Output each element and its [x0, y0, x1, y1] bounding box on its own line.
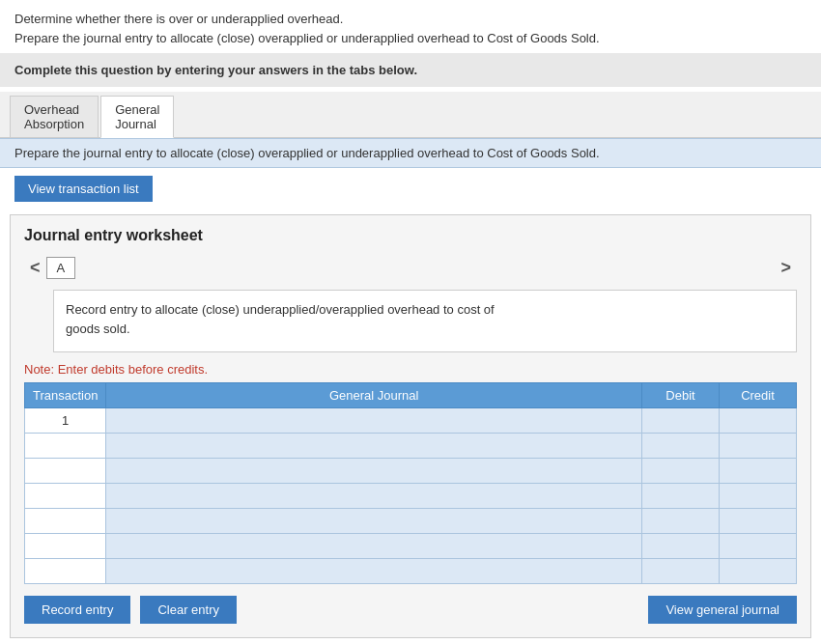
credit-cell[interactable]: [720, 509, 797, 534]
top-instructions: Determine whether there is over or under…: [0, 0, 821, 53]
transaction-cell: [25, 434, 106, 459]
debit-cell[interactable]: [642, 434, 720, 459]
debit-input[interactable]: [642, 484, 719, 508]
transaction-cell: [25, 509, 106, 534]
worksheet-title: Journal entry worksheet: [24, 227, 797, 244]
general-journal-cell[interactable]: [106, 509, 642, 534]
nav-left-arrow[interactable]: <: [24, 256, 46, 280]
page-indicator: A: [46, 257, 76, 279]
general-journal-input[interactable]: [106, 459, 641, 483]
view-transaction-list-button[interactable]: View transaction list: [14, 176, 153, 202]
col-credit: Credit: [720, 383, 797, 408]
debit-cell[interactable]: [642, 484, 720, 509]
debit-input[interactable]: [642, 408, 719, 433]
credit-cell[interactable]: [720, 534, 797, 559]
table-row: [25, 484, 797, 509]
general-journal-input[interactable]: [106, 559, 641, 583]
debit-input[interactable]: [642, 509, 719, 533]
general-journal-cell[interactable]: [106, 559, 642, 584]
credit-cell[interactable]: [720, 408, 797, 434]
nav-row: < A >: [24, 256, 797, 280]
view-general-journal-button[interactable]: View general journal: [648, 596, 797, 624]
transaction-cell: [25, 559, 106, 584]
debit-cell[interactable]: [642, 459, 720, 484]
complete-banner: Complete this question by entering your …: [0, 53, 821, 87]
credit-input[interactable]: [720, 534, 796, 558]
worksheet-container: Journal entry worksheet < A > Record ent…: [10, 214, 811, 638]
instruction-line1: Determine whether there is over or under…: [14, 10, 807, 29]
table-row: [25, 459, 797, 484]
general-journal-input[interactable]: [106, 434, 641, 458]
credit-input[interactable]: [720, 459, 796, 483]
debit-cell[interactable]: [642, 559, 720, 584]
credit-cell[interactable]: [720, 459, 797, 484]
journal-table: Transaction General Journal Debit Credit…: [24, 382, 797, 584]
col-debit: Debit: [642, 383, 720, 408]
table-row: [25, 559, 797, 584]
credit-input[interactable]: [720, 559, 796, 583]
credit-input[interactable]: [720, 509, 796, 533]
credit-input[interactable]: [720, 434, 796, 458]
note-text: Note: Enter debits before credits.: [24, 362, 797, 377]
bottom-buttons: Record entry Clear entry View general jo…: [24, 596, 797, 624]
nav-right-arrow[interactable]: >: [775, 256, 797, 280]
col-general-journal: General Journal: [106, 383, 642, 408]
table-row: 1: [25, 408, 797, 434]
general-journal-cell[interactable]: [106, 534, 642, 559]
table-row: [25, 434, 797, 459]
general-journal-cell[interactable]: [106, 484, 642, 509]
credit-input[interactable]: [720, 484, 796, 508]
record-entry-button[interactable]: Record entry: [24, 596, 130, 624]
general-journal-input[interactable]: [106, 408, 641, 433]
description-box: Record entry to allocate (close) underap…: [53, 290, 797, 352]
instruction-bar: Prepare the journal entry to allocate (c…: [0, 138, 821, 168]
table-row: [25, 534, 797, 559]
credit-input[interactable]: [720, 408, 796, 433]
debit-input[interactable]: [642, 559, 719, 583]
debit-input[interactable]: [642, 434, 719, 458]
general-journal-cell[interactable]: [106, 434, 642, 459]
general-journal-cell[interactable]: [106, 459, 642, 484]
tab-overhead-absorption[interactable]: OverheadAbsorption: [10, 96, 99, 137]
clear-entry-button[interactable]: Clear entry: [140, 596, 237, 624]
instruction-line2: Prepare the journal entry to allocate (c…: [14, 29, 807, 48]
table-row: [25, 509, 797, 534]
general-journal-input[interactable]: [106, 534, 641, 558]
tab-general-journal[interactable]: GeneralJournal: [100, 96, 174, 138]
transaction-cell: [25, 484, 106, 509]
debit-cell[interactable]: [642, 509, 720, 534]
transaction-cell: [25, 534, 106, 559]
col-transaction: Transaction: [25, 383, 106, 408]
debit-input[interactable]: [642, 459, 719, 483]
debit-cell[interactable]: [642, 534, 720, 559]
tabs-container: OverheadAbsorption GeneralJournal: [0, 92, 821, 138]
general-journal-input[interactable]: [106, 484, 641, 508]
credit-cell[interactable]: [720, 484, 797, 509]
general-journal-cell[interactable]: [106, 408, 642, 434]
general-journal-input[interactable]: [106, 509, 641, 533]
transaction-cell: 1: [25, 408, 106, 434]
debit-cell[interactable]: [642, 408, 720, 434]
debit-input[interactable]: [642, 534, 719, 558]
transaction-cell: [25, 459, 106, 484]
credit-cell[interactable]: [720, 434, 797, 459]
credit-cell[interactable]: [720, 559, 797, 584]
